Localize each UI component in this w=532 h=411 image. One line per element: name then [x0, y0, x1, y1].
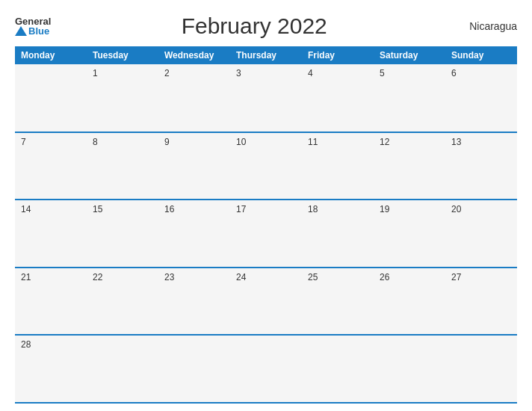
calendar-week-row: 28 — [15, 335, 517, 403]
day-number: 20 — [451, 204, 511, 214]
logo-triangle-icon — [15, 26, 27, 36]
day-number: 12 — [380, 137, 439, 147]
header-wednesday: Wednesday — [158, 46, 230, 64]
calendar-week-row: 78910111213 — [15, 132, 517, 200]
calendar-day-cell: 6 — [445, 64, 517, 132]
calendar-day-cell: 12 — [374, 132, 445, 200]
calendar-day-cell: 17 — [230, 200, 302, 268]
calendar-day-cell — [302, 335, 374, 403]
calendar-day-cell: 7 — [15, 132, 87, 200]
calendar-day-cell: 5 — [374, 64, 445, 132]
country-label: Nicaragua — [457, 20, 517, 32]
logo: General Blue — [15, 16, 51, 36]
day-number: 3 — [236, 68, 296, 78]
calendar-week-row: 123456 — [15, 64, 517, 132]
calendar-day-cell: 4 — [302, 64, 374, 132]
calendar-day-cell: 26 — [374, 268, 445, 336]
calendar-header: General Blue February 2022 Nicaragua — [15, 13, 517, 39]
header-sunday: Sunday — [445, 46, 517, 64]
calendar-day-cell — [158, 335, 230, 403]
day-number: 5 — [380, 68, 439, 78]
day-number: 22 — [93, 272, 152, 282]
day-number: 21 — [21, 272, 81, 282]
calendar-day-cell: 2 — [158, 64, 230, 132]
header-thursday: Thursday — [230, 46, 302, 64]
header-monday: Monday — [15, 46, 87, 64]
day-number: 19 — [380, 204, 439, 214]
calendar-day-cell — [374, 335, 445, 403]
day-number: 26 — [380, 272, 439, 282]
calendar-week-row: 21222324252627 — [15, 268, 517, 336]
header-tuesday: Tuesday — [87, 46, 158, 64]
calendar-day-cell: 18 — [302, 200, 374, 268]
calendar-day-cell: 20 — [445, 200, 517, 268]
calendar-day-cell: 28 — [15, 335, 87, 403]
calendar-day-cell — [230, 335, 302, 403]
day-number: 17 — [236, 204, 296, 214]
calendar-page: General Blue February 2022 Nicaragua Mon… — [0, 0, 532, 411]
calendar-day-cell: 10 — [230, 132, 302, 200]
day-number: 8 — [93, 137, 152, 147]
day-number: 24 — [236, 272, 296, 282]
calendar-day-cell — [445, 335, 517, 403]
day-number: 6 — [451, 68, 511, 78]
calendar-day-cell: 11 — [302, 132, 374, 200]
calendar-day-cell — [87, 335, 158, 403]
calendar-day-cell: 14 — [15, 200, 87, 268]
calendar-day-cell: 21 — [15, 268, 87, 336]
weekday-header-row: Monday Tuesday Wednesday Thursday Friday… — [15, 46, 517, 64]
day-number: 18 — [308, 204, 368, 214]
calendar-day-cell: 3 — [230, 64, 302, 132]
logo-blue-text: Blue — [28, 26, 49, 36]
day-number: 27 — [451, 272, 511, 282]
calendar-day-cell: 15 — [87, 200, 158, 268]
calendar-day-cell — [15, 64, 87, 132]
day-number: 16 — [164, 204, 224, 214]
day-number: 15 — [93, 204, 152, 214]
day-number: 9 — [164, 137, 224, 147]
header-friday: Friday — [302, 46, 374, 64]
calendar-table: Monday Tuesday Wednesday Thursday Friday… — [15, 46, 517, 404]
header-saturday: Saturday — [374, 46, 445, 64]
calendar-day-cell: 23 — [158, 268, 230, 336]
calendar-day-cell: 22 — [87, 268, 158, 336]
calendar-day-cell: 25 — [302, 268, 374, 336]
day-number: 14 — [21, 204, 81, 214]
calendar-week-row: 14151617181920 — [15, 200, 517, 268]
calendar-day-cell: 1 — [87, 64, 158, 132]
day-number: 13 — [451, 137, 511, 147]
day-number: 25 — [308, 272, 368, 282]
calendar-day-cell: 9 — [158, 132, 230, 200]
day-number: 28 — [21, 339, 81, 350]
calendar-title: February 2022 — [51, 13, 457, 39]
day-number: 2 — [164, 68, 224, 78]
day-number: 10 — [236, 137, 296, 147]
calendar-day-cell: 16 — [158, 200, 230, 268]
day-number: 23 — [164, 272, 224, 282]
calendar-day-cell: 8 — [87, 132, 158, 200]
calendar-day-cell: 24 — [230, 268, 302, 336]
day-number: 11 — [308, 137, 368, 147]
calendar-day-cell: 27 — [445, 268, 517, 336]
day-number: 1 — [93, 68, 152, 78]
day-number: 4 — [308, 68, 368, 78]
calendar-day-cell: 13 — [445, 132, 517, 200]
day-number: 7 — [21, 137, 81, 147]
calendar-day-cell: 19 — [374, 200, 445, 268]
logo-blue-row: Blue — [15, 26, 49, 36]
